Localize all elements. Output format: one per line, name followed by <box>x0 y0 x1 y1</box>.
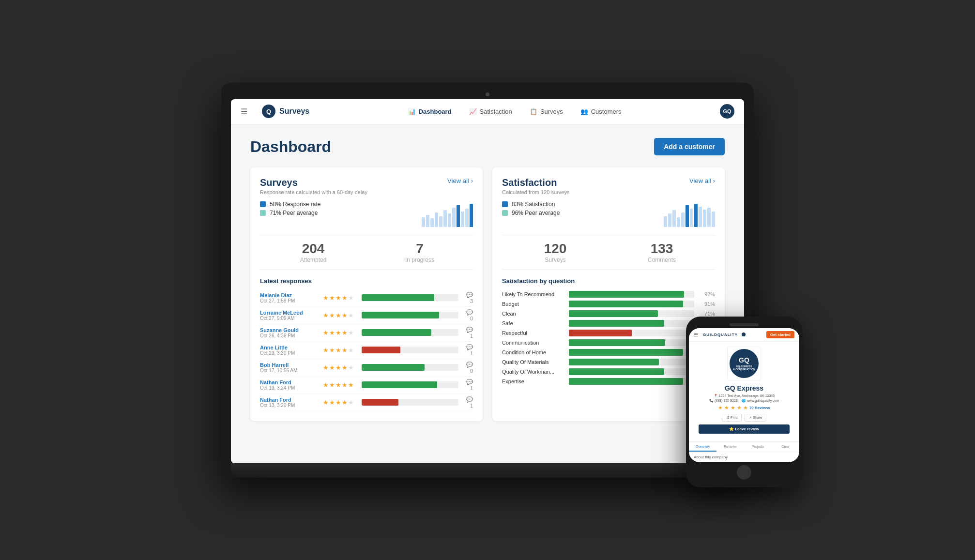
surveys-card-header: Surveys Response rate calculated with a … <box>260 177 473 195</box>
app-logo[interactable]: Q Surveys <box>262 105 309 118</box>
table-row: Suzanne Gould Oct 26, 4:36 PM ★★★★★ 💬1 <box>260 324 473 342</box>
response-name[interactable]: Anne Little <box>260 345 318 350</box>
response-name-date: Lorraine McLeod Oct 27, 9:09 AM <box>260 310 318 321</box>
list-item: Expertise 91% <box>502 377 715 386</box>
star: ★ <box>335 294 341 302</box>
nav-surveys[interactable]: 📋 Surveys <box>522 104 571 119</box>
surveys-view-all[interactable]: View all › <box>447 177 473 184</box>
response-bar <box>362 347 458 353</box>
question-bar-fill <box>569 378 683 385</box>
phone-leave-review-button[interactable]: ⭐ Leave review <box>699 424 789 434</box>
star: ★ <box>348 329 354 336</box>
response-name[interactable]: Bob Harrell <box>260 362 318 368</box>
question-bar-fill <box>569 301 683 307</box>
star: ★ <box>342 381 348 389</box>
question-bar <box>569 359 694 365</box>
nav-customers[interactable]: 👥 Customers <box>573 104 629 119</box>
response-date: Oct 17, 10:56 AM <box>260 368 318 373</box>
satisfaction-by-question-title: Satisfaction by question <box>502 277 715 285</box>
response-name[interactable]: Nathan Ford <box>260 379 318 385</box>
table-row: Lorraine McLeod Oct 27, 9:09 AM ★★★★★ 💬0 <box>260 307 473 324</box>
response-name-date: Nathan Ford Oct 13, 3:20 PM <box>260 397 318 408</box>
question-percentage: 71% <box>698 311 715 317</box>
nav-satisfaction[interactable]: 📈 Satisfaction <box>461 104 520 119</box>
satisfaction-view-all[interactable]: View all › <box>689 177 715 184</box>
star: ★ <box>329 381 335 389</box>
question-bar-fill <box>569 359 659 365</box>
list-item: Clean 71% <box>502 309 715 318</box>
response-stars: ★★★★★ <box>323 294 357 302</box>
legend-dot-blue <box>502 201 508 207</box>
question-bar-fill <box>569 368 664 375</box>
surveys-card-subtitle: Response rate calculated with a 60-day d… <box>260 189 367 195</box>
question-bar <box>569 378 694 385</box>
phone-share-button[interactable]: ↗ Share <box>745 414 766 422</box>
chart-bar <box>426 215 429 227</box>
phone-print-button[interactable]: 🖨 Print <box>722 414 742 422</box>
satisfaction-card-header: Satisfaction Calculated from 120 surveys… <box>502 177 715 195</box>
response-stars: ★★★★★ <box>323 312 357 319</box>
star: ★ <box>348 347 354 354</box>
surveys-stats: 204 Attempted 7 In progress <box>260 235 473 270</box>
app-title: Surveys <box>279 107 309 116</box>
satisfaction-stats: 120 Surveys 133 Comments <box>502 235 715 270</box>
legend-peer-avg: 96% Peer average <box>502 210 715 216</box>
question-label: Clean <box>502 311 565 317</box>
satisfaction-surveys-number: 120 <box>502 241 609 257</box>
nav-links: 📊 Dashboard 📈 Satisfaction 📋 Surveys 👥 C… <box>324 104 705 119</box>
satisfaction-comments-label: Comments <box>609 257 715 263</box>
nav-dashboard[interactable]: 📊 Dashboard <box>400 104 459 119</box>
response-comments: 💬3 <box>463 292 473 304</box>
response-name[interactable]: Lorraine McLeod <box>260 310 318 316</box>
star: ★ <box>348 399 354 406</box>
question-label: Condition of Home <box>502 349 565 355</box>
question-label: Quality Of Materials <box>502 359 565 365</box>
comment-icon: 💬 <box>466 396 473 402</box>
phone-stars-row: ★ ★ ★ ★ ★ 70 Reviews <box>694 405 794 411</box>
phone-tab-crew[interactable]: Crew <box>772 442 799 452</box>
star-4: ★ <box>737 405 742 411</box>
star: ★ <box>348 381 354 389</box>
avatar[interactable]: GQ <box>720 104 734 119</box>
question-bar <box>569 330 694 336</box>
phone-about: About this company <box>689 452 799 462</box>
hamburger-icon[interactable]: ☰ <box>241 107 247 116</box>
response-bar <box>362 312 458 318</box>
list-item: Communication 77% <box>502 338 715 348</box>
phone-home-button[interactable] <box>737 465 751 480</box>
response-name[interactable]: Suzanne Gould <box>260 327 318 333</box>
response-date: Oct 26, 4:36 PM <box>260 333 318 338</box>
surveys-card-title: Surveys <box>260 177 367 188</box>
chart-bar <box>664 216 667 227</box>
star: ★ <box>342 364 348 371</box>
response-name[interactable]: Melanie Diaz <box>260 292 318 298</box>
response-comments: 💬1 <box>463 379 473 391</box>
phone-company-name: GQ Express <box>694 384 794 392</box>
response-date: Oct 13, 3:24 PM <box>260 385 318 391</box>
response-stars: ★★★★★ <box>323 399 357 406</box>
question-bar-fill <box>569 291 684 298</box>
add-customer-button[interactable]: Add a customer <box>654 138 725 155</box>
question-label: Respectful <box>502 330 565 336</box>
phone-company-card: GQ GQ EXPRESS& CONSTRUCTION GQ Express 📍… <box>689 342 799 442</box>
response-name[interactable]: Nathan Ford <box>260 397 318 403</box>
phone-hamburger-icon[interactable]: ☰ <box>694 332 698 337</box>
star: ★ <box>335 364 341 371</box>
question-bar-fill <box>569 320 664 327</box>
surveys-card-title-group: Surveys Response rate calculated with a … <box>260 177 367 195</box>
table-row: Nathan Ford Oct 13, 3:20 PM ★★★★★ 💬1 <box>260 394 473 411</box>
phone-tab-projects[interactable]: Projects <box>744 442 772 452</box>
phone-get-started-button[interactable]: Get started <box>766 331 794 338</box>
star: ★ <box>348 364 354 371</box>
phone-tab-overview[interactable]: Overview <box>689 442 716 452</box>
star-2: ★ <box>724 405 729 411</box>
star: ★ <box>329 312 335 319</box>
question-bar <box>569 339 694 346</box>
response-name-date: Suzanne Gould Oct 26, 4:36 PM <box>260 327 318 338</box>
phone-tab-reviews[interactable]: Reviews <box>716 442 744 452</box>
star: ★ <box>323 364 329 371</box>
star: ★ <box>323 294 329 302</box>
satisfaction-comments-stat: 133 Comments <box>609 241 715 263</box>
response-date: Oct 23, 3:30 PM <box>260 350 318 356</box>
star: ★ <box>342 399 348 406</box>
